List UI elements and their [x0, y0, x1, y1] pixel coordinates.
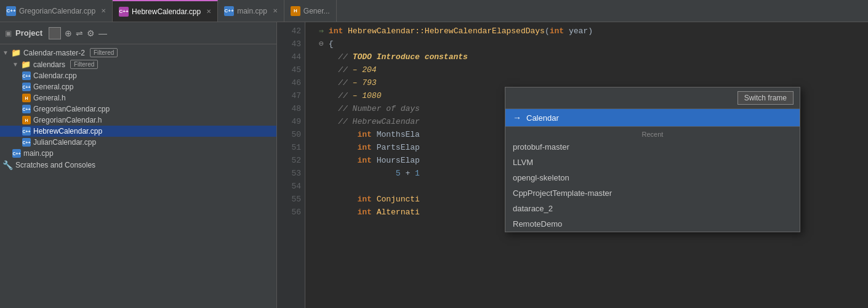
tab-main-label: main.cpp	[237, 7, 267, 15]
cpp-file-icon-main-tree: C++	[12, 149, 21, 158]
recent-item-0[interactable]: protobuf-master	[505, 139, 800, 155]
general-h-label: General.h	[33, 94, 66, 102]
code-line-42: ⇒ int HebrewCalendar::HebrewCalendarElap…	[319, 25, 863, 38]
gregorian-cpp-label: GregorianCalendar.cpp	[33, 105, 110, 113]
tab-gregorian[interactable]: C++ GregorianCalendar.cpp ✕	[0, 0, 113, 22]
cpp-icon-main: C++	[224, 6, 234, 16]
tree-scratches[interactable]: 🔧 Scratches and Consoles	[0, 159, 276, 171]
sidebar-title: Project	[15, 28, 42, 38]
switch-frame-dropdown: Switch frame → Calendar Recent protobuf-…	[505, 87, 800, 232]
tab-hebrew[interactable]: C++ HebrewCalendar.cpp ✕	[113, 0, 218, 22]
dropdown-header: Switch frame	[505, 87, 800, 109]
switch-frame-button[interactable]: Switch frame	[737, 91, 794, 105]
sidebar-toolbar: ▣ Project ⊕ ⇌ ⚙ —	[0, 22, 276, 44]
recent-item-5[interactable]: RemoteDemo	[505, 216, 800, 232]
filtered-badge: Filtered	[90, 48, 118, 57]
h-file-icon-gregorian: H	[22, 116, 31, 124]
tree-gregorian-h[interactable]: H GregorianCalendar.h	[0, 115, 276, 126]
tab-hebrew-label: HebrewCalendar.cpp	[132, 7, 201, 16]
tree-container: ▼ 📁 Calendar-master-2 Filtered ▼ 📁 calen…	[0, 44, 276, 308]
cpp-purple-icon: C++	[119, 7, 129, 17]
scratches-label: Scratches and Consoles	[15, 161, 95, 169]
chevron-down-icon-calendars: ▼	[12, 61, 18, 68]
tab-general-label: Gener...	[303, 7, 330, 15]
tab-gregorian-label: GregorianCalendar.cpp	[19, 7, 95, 15]
calendars-label: calendars	[33, 60, 65, 69]
collapse-icon: ⊖	[319, 38, 324, 51]
h-file-icon-general: H	[22, 94, 31, 102]
project-icon: ▣	[5, 29, 12, 38]
tab-general[interactable]: H Gener...	[284, 0, 337, 22]
root-label: Calendar-master-2	[23, 49, 85, 57]
code-line-44: // TODO Introduce constants	[319, 51, 863, 63]
main-cpp-label: main.cpp	[23, 149, 54, 158]
tree-julian-cpp[interactable]: C++ JulianCalendar.cpp	[0, 137, 276, 148]
cpp-file-icon-general: C++	[22, 83, 31, 91]
tree-root[interactable]: ▼ 📁 Calendar-master-2 Filtered	[0, 47, 276, 59]
gregorian-h-label: GregorianCalendar.h	[33, 116, 102, 124]
cpp-file-icon-gregorian: C++	[22, 105, 31, 113]
sidebar: ▣ Project ⊕ ⇌ ⚙ — ▼ 📁 Calendar-master-2 …	[0, 22, 277, 308]
calendar-cpp-label: Calendar.cpp	[33, 71, 77, 80]
arrow-right-icon: →	[513, 113, 521, 123]
settings-icon[interactable]: ⚙	[87, 28, 95, 38]
dropdown-selected-item[interactable]: → Calendar	[505, 109, 800, 126]
tree-gregorian-cpp[interactable]: C++ GregorianCalendar.cpp	[0, 103, 276, 115]
chevron-down-icon: ▼	[2, 49, 9, 56]
add-icon[interactable]: ⊕	[65, 28, 72, 38]
recent-item-1[interactable]: LLVM	[505, 155, 800, 170]
tree-general-h[interactable]: H General.h	[0, 92, 276, 103]
tab-bar: C++ GregorianCalendar.cpp ✕ C++ HebrewCa…	[0, 0, 868, 22]
tab-main-close[interactable]: ✕	[273, 7, 278, 14]
recent-label: Recent	[505, 126, 800, 139]
code-line-45: // – 204	[319, 63, 863, 76]
minus-icon[interactable]: —	[98, 28, 107, 38]
folder-icon-calendars: 📁	[21, 60, 31, 69]
julian-cpp-label: JulianCalendar.cpp	[33, 138, 96, 147]
cpp-icon: C++	[6, 6, 16, 16]
calendars-filtered-badge: Filtered	[70, 60, 98, 69]
arrow-indicator: ⇒	[319, 25, 324, 38]
filter-icon[interactable]: ⇌	[76, 28, 83, 38]
scratches-icon: 🔧	[2, 160, 13, 170]
tree-main-cpp[interactable]: C++ main.cpp	[0, 148, 276, 159]
tab-hebrew-close[interactable]: ✕	[206, 8, 211, 15]
cpp-file-icon-hebrew: C++	[22, 127, 31, 136]
general-cpp-label: General.cpp	[33, 83, 73, 91]
recent-item-2[interactable]: opengl-skeleton	[505, 170, 800, 185]
main-area: ▣ Project ⊕ ⇌ ⚙ — ▼ 📁 Calendar-master-2 …	[0, 22, 868, 308]
recent-item-3[interactable]: CppProjectTemplate-master	[505, 185, 800, 201]
h-icon: H	[291, 6, 300, 16]
code-line-43: ⊖ {	[319, 38, 863, 51]
recent-item-4[interactable]: datarace_2	[505, 201, 800, 216]
tab-gregorian-close[interactable]: ✕	[101, 7, 106, 14]
line-numbers: 42 43 44 45 46 47 48 49 50 51 52 53 54 5…	[277, 22, 305, 308]
selected-item-label: Calendar	[526, 113, 559, 123]
folder-icon: 📁	[11, 48, 21, 57]
tab-main[interactable]: C++ main.cpp ✕	[218, 0, 284, 22]
tree-calendars-folder[interactable]: ▼ 📁 calendars Filtered	[0, 59, 276, 70]
sidebar-square-btn[interactable]	[49, 27, 61, 39]
tree-hebrew-cpp[interactable]: C++ HebrewCalendar.cpp	[0, 126, 276, 137]
hebrew-cpp-label: HebrewCalendar.cpp	[33, 127, 102, 136]
tree-general-cpp[interactable]: C++ General.cpp	[0, 81, 276, 92]
cpp-file-icon: C++	[22, 71, 31, 80]
tree-calendar-cpp[interactable]: C++ Calendar.cpp	[0, 70, 276, 81]
editor-area: 42 43 44 45 46 47 48 49 50 51 52 53 54 5…	[277, 22, 868, 308]
code-area[interactable]: 42 43 44 45 46 47 48 49 50 51 52 53 54 5…	[277, 22, 868, 308]
cpp-file-icon-julian: C++	[22, 138, 31, 147]
